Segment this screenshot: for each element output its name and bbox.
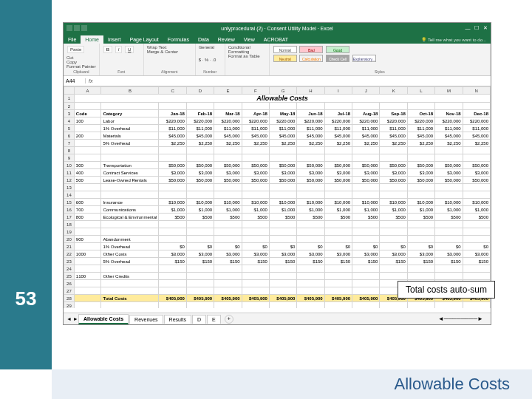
empty-cell[interactable] <box>159 221 186 228</box>
empty-cell[interactable] <box>214 280 242 287</box>
empty-cell[interactable] <box>186 184 214 191</box>
cell-value[interactable]: $500 <box>324 214 352 221</box>
cell-value[interactable]: $50,000 <box>214 177 242 184</box>
cell-value[interactable]: $1,000 <box>242 206 269 214</box>
conditional-formatting-button[interactable]: Conditional Formatting <box>228 45 250 54</box>
empty-cell[interactable] <box>407 302 434 309</box>
cell-value[interactable]: $150 <box>159 258 186 265</box>
row-header[interactable]: 17 <box>64 214 75 221</box>
empty-cell[interactable] <box>269 265 296 273</box>
cell-category[interactable]: 1% Overhead <box>101 243 159 250</box>
cell-value[interactable]: $50,000 <box>269 177 296 184</box>
empty-cell[interactable] <box>242 221 269 228</box>
column-header[interactable]: D <box>186 87 214 95</box>
cell-value[interactable]: $1,000 <box>214 206 242 214</box>
cell-value[interactable]: $45,000 <box>407 132 434 140</box>
redo-icon[interactable] <box>81 25 87 31</box>
empty-cell[interactable] <box>463 191 490 199</box>
empty-cell[interactable] <box>74 280 101 287</box>
empty-cell[interactable] <box>380 221 407 228</box>
row-header[interactable]: 9 <box>64 154 75 162</box>
cell-value[interactable]: $500 <box>435 214 463 221</box>
cell-value[interactable]: $150 <box>297 258 324 265</box>
cell-style-explanatory[interactable]: Explanatory... <box>352 55 376 62</box>
empty-cell[interactable] <box>242 228 269 236</box>
cell-value[interactable]: $220,000 <box>380 117 407 125</box>
empty-cell[interactable] <box>214 287 242 295</box>
cell-value[interactable]: $11,000 <box>407 125 434 132</box>
cell-value[interactable]: $50,000 <box>407 162 434 169</box>
cell-value[interactable]: $11,000 <box>463 125 490 132</box>
empty-cell[interactable] <box>435 103 463 110</box>
empty-cell[interactable] <box>186 221 214 228</box>
cell-value[interactable]: $3,000 <box>407 250 434 258</box>
empty-cell[interactable] <box>463 147 490 154</box>
cell-category[interactable]: Materials <box>101 132 159 140</box>
cell-code[interactable] <box>74 258 101 265</box>
empty-cell[interactable] <box>74 265 101 273</box>
row-header[interactable]: 15 <box>64 199 75 206</box>
empty-cell[interactable] <box>214 184 242 191</box>
empty-cell[interactable] <box>352 221 380 228</box>
cell-category[interactable]: 1% Overhead <box>101 125 159 132</box>
empty-cell[interactable] <box>159 154 186 162</box>
maximize-icon[interactable]: ☐ <box>473 24 480 32</box>
cell-value[interactable]: $50,000 <box>186 162 214 169</box>
cell-value[interactable] <box>352 273 380 280</box>
sheet-tab[interactable]: Revenues <box>129 315 163 324</box>
empty-cell[interactable] <box>352 147 380 154</box>
empty-cell[interactable] <box>407 147 434 154</box>
cell-style-checkcell[interactable]: Check Cell <box>326 55 349 62</box>
row-header[interactable]: 18 <box>64 221 75 228</box>
cell-value[interactable]: $45,000 <box>324 132 352 140</box>
cell-code[interactable]: 600 <box>74 199 101 206</box>
empty-cell[interactable] <box>380 302 407 309</box>
empty-cell[interactable] <box>435 265 463 273</box>
cell-value[interactable]: $50,000 <box>463 177 490 184</box>
empty-cell[interactable] <box>297 287 324 295</box>
empty-cell[interactable] <box>269 184 296 191</box>
empty-cell[interactable] <box>463 184 490 191</box>
cell-value[interactable]: $0 <box>186 243 214 250</box>
cell-value[interactable]: $3,000 <box>297 250 324 258</box>
empty-cell[interactable] <box>324 103 352 110</box>
bold-button[interactable]: B <box>103 46 112 53</box>
cell-value[interactable]: $150 <box>352 258 380 265</box>
cell-value[interactable]: $50,000 <box>435 177 463 184</box>
cell-value[interactable]: $2,250 <box>407 140 434 147</box>
cell-value[interactable]: $11,000 <box>380 125 407 132</box>
empty-cell[interactable] <box>214 265 242 273</box>
cell-category[interactable]: Communications <box>101 206 159 214</box>
cell-value[interactable]: $3,000 <box>159 169 186 177</box>
cell-value[interactable]: $50,000 <box>186 177 214 184</box>
cell-code[interactable] <box>74 140 101 147</box>
ribbon-tab-page-layout[interactable]: Page Layout <box>125 35 163 44</box>
empty-cell[interactable] <box>324 154 352 162</box>
cell-value[interactable]: $150 <box>242 258 269 265</box>
sheet-tab[interactable]: Results <box>164 315 191 324</box>
cell-value[interactable] <box>324 273 352 280</box>
empty-cell[interactable] <box>407 228 434 236</box>
empty-cell[interactable] <box>159 147 186 154</box>
empty-cell[interactable] <box>380 265 407 273</box>
tell-me-input[interactable]: 💡 Tell me what you want to do... <box>417 35 491 44</box>
cell-code[interactable]: 100 <box>74 117 101 125</box>
row-header[interactable]: 19 <box>64 228 75 236</box>
cell-value[interactable]: $3,000 <box>463 169 490 177</box>
empty-cell[interactable] <box>324 265 352 273</box>
row-header[interactable]: 12 <box>64 177 75 184</box>
row-header[interactable]: 27 <box>64 287 75 295</box>
cell-value[interactable]: $150 <box>269 258 296 265</box>
empty-cell[interactable] <box>435 147 463 154</box>
cell-value[interactable] <box>159 236 186 243</box>
empty-cell[interactable] <box>186 103 214 110</box>
empty-cell[interactable] <box>242 191 269 199</box>
cell-code[interactable]: 1000 <box>74 250 101 258</box>
empty-cell[interactable] <box>407 191 434 199</box>
select-all-cell[interactable] <box>64 87 75 95</box>
cell-value[interactable]: $50,000 <box>380 162 407 169</box>
cell-value[interactable]: $150 <box>463 258 490 265</box>
empty-cell[interactable] <box>324 184 352 191</box>
ribbon-tab-review[interactable]: Review <box>214 35 239 44</box>
cell-value[interactable]: $11,000 <box>242 125 269 132</box>
